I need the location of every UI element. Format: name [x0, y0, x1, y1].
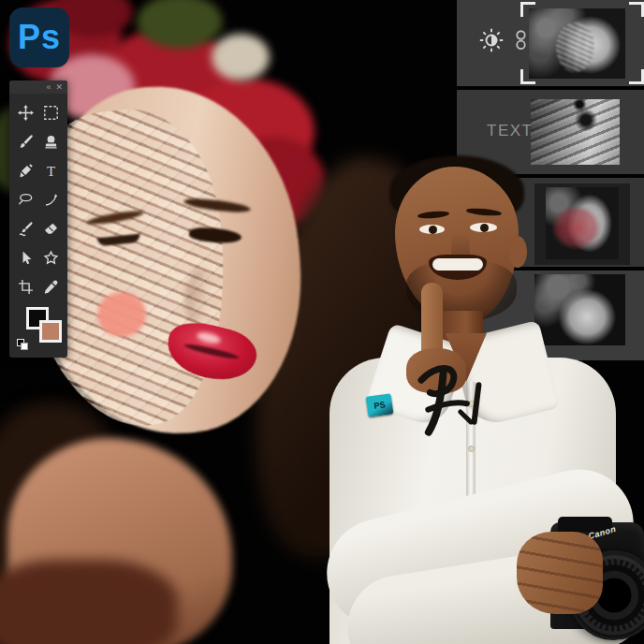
model-dress [0, 560, 178, 644]
mixer-brush-tool[interactable] [16, 219, 37, 238]
clone-stamp-tool[interactable] [41, 132, 62, 151]
toolbox-panel: « ✕ T [9, 80, 67, 358]
crop-corner-marker [520, 69, 535, 84]
photoshop-logo-text: Ps [18, 18, 61, 57]
pen-tool[interactable] [16, 161, 37, 180]
background-color-swatch[interactable] [39, 320, 62, 343]
ps-badge-pin: PS [366, 393, 394, 417]
curvature-pen-tool[interactable] [41, 190, 62, 209]
shirt-button [468, 446, 475, 452]
photoshop-logo[interactable]: Ps [9, 7, 69, 67]
collapse-panel-icon[interactable]: « [46, 83, 51, 92]
eraser-tool[interactable] [41, 219, 62, 238]
default-colors-icon[interactable] [17, 339, 29, 351]
move-tool[interactable] [16, 103, 37, 122]
brightness-contrast-icon[interactable] [479, 28, 504, 52]
text-panel-label: TEXT. [487, 122, 537, 140]
brush-tool[interactable] [16, 132, 37, 151]
eyedropper-tool[interactable] [41, 277, 62, 296]
flower-babysbreath [212, 34, 270, 80]
thumbnail-crack-texture [556, 22, 594, 72]
tool-grid: T [9, 94, 67, 301]
close-panel-icon[interactable]: ✕ [55, 83, 63, 92]
hand-holding-camera [517, 532, 603, 614]
blush-dot-effect [97, 292, 146, 337]
thumbnail-grayscale-portrait[interactable] [529, 8, 625, 79]
photographer-photo: PS Canon [318, 150, 644, 644]
link-icon[interactable] [513, 29, 529, 51]
toolbox-header: « ✕ [9, 80, 67, 94]
svg-text:T: T [47, 163, 55, 178]
crop-corner-marker [520, 2, 535, 17]
adjustments-panel [457, 0, 644, 86]
rectangular-marquee-tool[interactable] [41, 103, 62, 122]
crop-corner-marker [629, 2, 644, 17]
photographer-eye [419, 225, 445, 234]
color-swatches [9, 305, 67, 359]
ps-badge-label: PS [373, 400, 386, 411]
shirt-calligraphy-graphic [404, 354, 479, 439]
type-tool[interactable]: T [41, 161, 62, 180]
direct-selection-tool[interactable] [16, 248, 37, 267]
photographer-ear [508, 236, 527, 268]
lasso-tool[interactable] [16, 190, 37, 209]
photographer-eye [470, 223, 497, 232]
custom-shape-tool[interactable] [41, 248, 62, 267]
crop-corner-marker [629, 69, 644, 84]
crop-tool[interactable] [16, 277, 37, 296]
promo-canvas: TEXT. PS [0, 0, 644, 644]
